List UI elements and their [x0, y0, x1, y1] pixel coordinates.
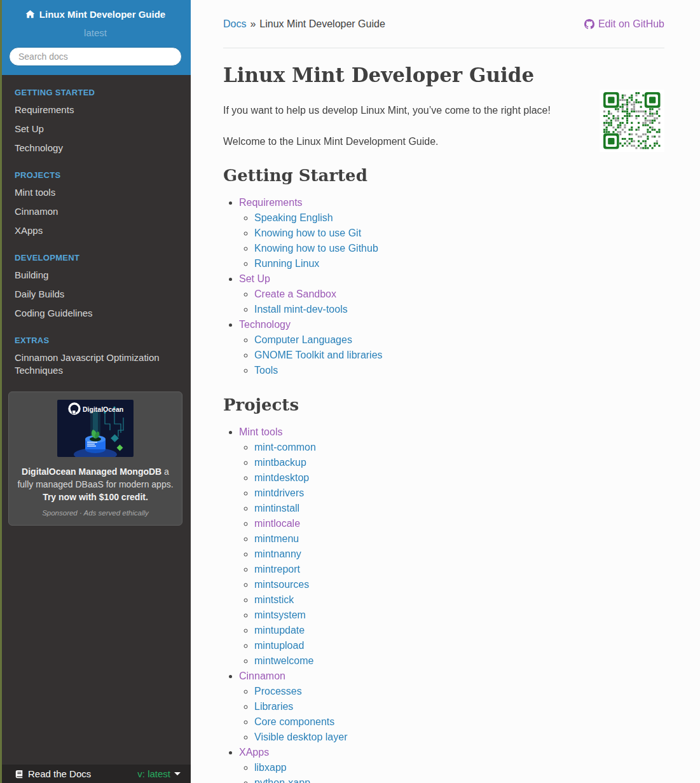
- toc-subitem: Running Linux: [254, 256, 664, 271]
- toc-link[interactable]: mintdrivers: [254, 487, 304, 498]
- sidebar-header: Linux Mint Developer Guide latest: [0, 0, 191, 75]
- toc-link[interactable]: Technology: [239, 319, 291, 330]
- toc-link[interactable]: Speaking English: [254, 212, 333, 223]
- toc-item: TechnologyComputer LanguagesGNOME Toolki…: [239, 317, 664, 378]
- toc-subitem: Tools: [254, 363, 664, 378]
- toc-link[interactable]: Processes: [254, 686, 302, 697]
- toc-subitem: mintlocale: [254, 516, 664, 531]
- toc-link[interactable]: Requirements: [239, 197, 303, 208]
- search-input[interactable]: [9, 47, 182, 66]
- sidebar-item: Cinnamon: [0, 202, 191, 221]
- sidebar-section: PROJECTSMint toolsCinnamonXApps: [0, 168, 191, 240]
- toc-link[interactable]: GNOME Toolkit and libraries: [254, 350, 383, 360]
- sidebar-item-link[interactable]: Daily Builds: [15, 288, 176, 301]
- toc-subitem: mintupload: [254, 638, 664, 653]
- toc-link[interactable]: Libraries: [254, 701, 293, 712]
- sidebar-item-link[interactable]: Building: [15, 269, 176, 282]
- sidebar-item: Technology: [0, 139, 191, 158]
- sidebar-section-caption: GETTING STARTED: [0, 85, 191, 100]
- toc-link[interactable]: mintlocale: [254, 518, 300, 529]
- toc-subitem: Visible desktop layer: [254, 730, 664, 745]
- sidebar-item: Coding Guidelines: [0, 304, 191, 323]
- toc-subitem: GNOME Toolkit and libraries: [254, 348, 664, 363]
- sidebar-item: Mint tools: [0, 183, 191, 202]
- toc-subitem: mint-common: [254, 440, 664, 455]
- toc-link[interactable]: mintinstall: [254, 503, 299, 514]
- rtd-footer-bar: Read the Docs v: latest: [0, 765, 191, 783]
- toc-link[interactable]: Core components: [254, 716, 334, 727]
- ethical-ad[interactable]: DigitalOcean DigitalOcean Managed MongoD…: [8, 392, 182, 526]
- toc-link[interactable]: mintsystem: [254, 609, 306, 620]
- ad-cta: Try now with $100 credit.: [43, 492, 148, 502]
- toc-link[interactable]: Mint tools: [239, 426, 282, 437]
- toc-link[interactable]: mint-common: [254, 442, 316, 453]
- sidebar-item: Requirements: [0, 100, 191, 119]
- ad-disclaimer: Sponsored · Ads served ethically: [15, 509, 175, 517]
- toc-link[interactable]: mintreport: [254, 564, 300, 575]
- toc-link[interactable]: Install mint-dev-tools: [254, 304, 348, 315]
- sidebar-item-link[interactable]: Technology: [15, 142, 176, 154]
- toc-subitem: Install mint-dev-tools: [254, 302, 664, 317]
- version-switcher[interactable]: v: latest: [137, 768, 181, 779]
- breadcrumb: Docs»Linux Mint Developer Guide: [223, 18, 385, 31]
- toc-link[interactable]: XApps: [239, 747, 269, 758]
- toc-link[interactable]: Knowing how to use Github: [254, 243, 378, 254]
- toc-link[interactable]: mintbackup: [254, 457, 306, 468]
- breadcrumb-separator: »: [250, 18, 256, 29]
- version-label: latest: [9, 27, 182, 38]
- toc-subitem: mintdesktop: [254, 470, 664, 486]
- toc-subitem: Computer Languages: [254, 332, 664, 348]
- ad-title: DigitalOcean Managed MongoDB: [22, 466, 161, 477]
- github-icon: [584, 19, 594, 29]
- toc-subitem: mintdrivers: [254, 486, 664, 501]
- toc-link[interactable]: Knowing how to use Git: [254, 228, 361, 238]
- sidebar-item-link[interactable]: Cinnamon Javascript Optimization Techniq…: [15, 351, 176, 377]
- toc-link[interactable]: Visible desktop layer: [254, 732, 347, 742]
- sidebar-item: Set Up: [0, 119, 191, 139]
- toc-subitem: mintupdate: [254, 623, 664, 638]
- toc-link[interactable]: mintnanny: [254, 548, 301, 559]
- sidebar-section: GETTING STARTEDRequirementsSet UpTechnol…: [0, 85, 191, 158]
- toc-link[interactable]: mintupload: [254, 640, 304, 651]
- sidebar-item-link[interactable]: Set Up: [15, 123, 176, 135]
- toc-link[interactable]: mintstick: [254, 594, 294, 605]
- sidebar-item-link[interactable]: XApps: [15, 224, 176, 237]
- toc-link[interactable]: mintmenu: [254, 533, 299, 544]
- section-heading: Projects: [223, 394, 664, 416]
- qr-code-image: [600, 90, 664, 152]
- project-title: Linux Mint Developer Guide: [39, 9, 165, 20]
- toc-subitem: Create a Sandbox: [254, 287, 664, 302]
- toc-link[interactable]: Tools: [254, 365, 278, 376]
- section-heading: Getting Started: [223, 165, 664, 186]
- sidebar-item: Daily Builds: [0, 285, 191, 304]
- sidebar-item-link[interactable]: Coding Guidelines: [15, 307, 176, 320]
- toc-link[interactable]: mintupdate: [254, 625, 305, 636]
- page: Linux Mint Developer Guide latest GETTIN…: [0, 0, 700, 783]
- window-edge-strip: [0, 0, 2, 783]
- sidebar-nav: GETTING STARTEDRequirementsSet UpTechnol…: [0, 75, 191, 380]
- toc-item: Mint toolsmint-commonmintbackupmintdeskt…: [239, 425, 664, 669]
- toc-subitem: libxapp: [254, 760, 664, 775]
- sidebar: Linux Mint Developer Guide latest GETTIN…: [0, 0, 191, 783]
- toc-subitem: Knowing how to use Github: [254, 241, 664, 256]
- toc-sections: Getting StartedRequirementsSpeaking Engl…: [223, 165, 664, 783]
- edit-on-github-link[interactable]: Edit on GitHub: [584, 18, 664, 31]
- toc-link[interactable]: Create a Sandbox: [254, 289, 336, 299]
- toc-link[interactable]: libxapp: [254, 762, 287, 773]
- toc-link[interactable]: mintwelcome: [254, 655, 313, 666]
- toc-link[interactable]: Cinnamon: [239, 671, 285, 681]
- toc-link[interactable]: Computer Languages: [254, 334, 352, 345]
- toc-link[interactable]: mintdesktop: [254, 472, 309, 483]
- toc-link[interactable]: Running Linux: [254, 258, 319, 269]
- breadcrumb-docs-link[interactable]: Docs: [223, 18, 246, 29]
- toc-link[interactable]: mintsources: [254, 579, 309, 590]
- ad-brand-text: DigitalOcean: [83, 405, 123, 413]
- toc-subitem: mintinstall: [254, 501, 664, 516]
- sidebar-item-link[interactable]: Mint tools: [15, 186, 176, 199]
- sidebar-item-link[interactable]: Requirements: [15, 104, 176, 116]
- toc-link[interactable]: Set Up: [239, 273, 270, 284]
- sidebar-item-link[interactable]: Cinnamon: [15, 205, 176, 218]
- toc-item: RequirementsSpeaking EnglishKnowing how …: [239, 195, 664, 271]
- project-home-link[interactable]: Linux Mint Developer Guide: [25, 9, 165, 20]
- toc-link[interactable]: python-xapp: [254, 777, 310, 783]
